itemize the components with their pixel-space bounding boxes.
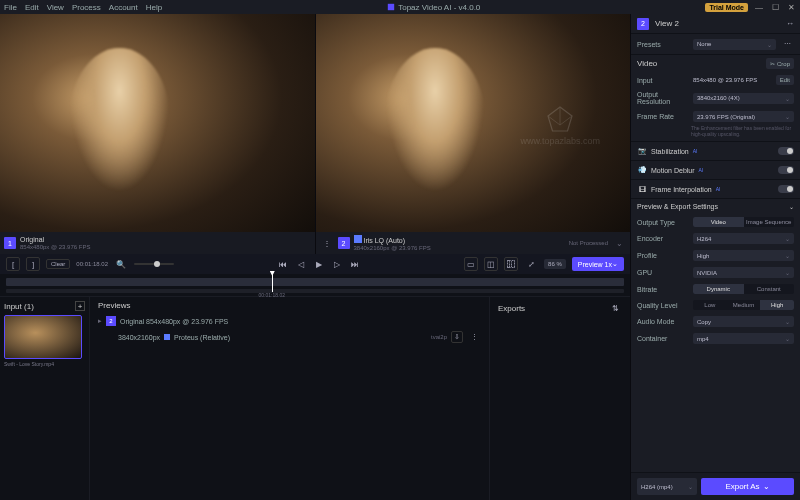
- step-fwd-button[interactable]: ▷: [330, 257, 344, 271]
- input-thumbnail[interactable]: [4, 315, 82, 359]
- svg-rect-0: [388, 4, 394, 10]
- previews-header: Previews: [98, 301, 130, 310]
- skip-start-button[interactable]: ⏮: [276, 257, 290, 271]
- exports-menu-icon[interactable]: ⇅: [608, 301, 622, 315]
- outres-select[interactable]: 3840x2160 (4X)⌄: [693, 93, 794, 104]
- pane-badge-1: 1: [4, 237, 16, 249]
- output-type-label: Output Type: [637, 219, 689, 226]
- mark-out-button[interactable]: ]: [26, 257, 40, 271]
- gpu-label: GPU: [637, 269, 689, 276]
- exports-panel: Exports ⇅: [490, 297, 630, 500]
- main-menu: File Edit View Process Account Help: [4, 3, 162, 12]
- audio-select[interactable]: Copy⌄: [693, 316, 794, 327]
- pane-status: Not Processed: [569, 240, 608, 246]
- preview-row-original[interactable]: ▸ 2 Original 854x480px @ 23.976 FPS: [98, 314, 481, 328]
- stabilization-icon: 📷: [637, 146, 647, 156]
- presets-more-icon[interactable]: ⋯: [780, 37, 794, 51]
- edit-input-button[interactable]: Edit: [776, 75, 794, 85]
- preview-menu-icon[interactable]: ⋮: [467, 330, 481, 344]
- profile-select[interactable]: High⌄: [693, 250, 794, 261]
- pane-title-processed: Iris LQ (Auto): [354, 235, 431, 244]
- pane-collapse-icon[interactable]: ⌄: [612, 236, 626, 250]
- menu-file[interactable]: File: [4, 3, 17, 12]
- zoom-pct[interactable]: 86 %: [544, 259, 566, 269]
- container-label: Container: [637, 335, 689, 342]
- stabilization-label: Stabilization: [651, 148, 689, 155]
- interp-toggle[interactable]: [778, 185, 794, 193]
- svg-rect-1: [354, 235, 362, 243]
- preview-button[interactable]: Preview 1x ⌄: [572, 257, 624, 271]
- bitrate-label: Bitrate: [637, 286, 689, 293]
- minimize-button[interactable]: —: [754, 2, 764, 12]
- input-value: 854x480 @ 23.976 FPS: [693, 77, 772, 83]
- timeline[interactable]: 00:01:18.02: [0, 274, 630, 296]
- skip-end-button[interactable]: ⏭: [348, 257, 362, 271]
- app-title: Topaz Video AI - v4.0.0: [162, 3, 705, 12]
- deblur-toggle[interactable]: [778, 166, 794, 174]
- interp-label: Frame Interpolation: [651, 186, 712, 193]
- chevron-down-icon: ⌄: [612, 260, 618, 268]
- layout-split-button[interactable]: ◫: [484, 257, 498, 271]
- menu-view[interactable]: View: [47, 3, 64, 12]
- gpu-select[interactable]: NVIDIA⌄: [693, 267, 794, 278]
- watermark: www.topazlabs.com: [520, 104, 600, 146]
- bitrate-segment[interactable]: DynamicConstant: [693, 284, 794, 294]
- step-back-button[interactable]: ◁: [294, 257, 308, 271]
- presets-select[interactable]: None⌄: [693, 39, 776, 50]
- stabilization-toggle[interactable]: [778, 147, 794, 155]
- menu-process[interactable]: Process: [72, 3, 101, 12]
- layout-side-button[interactable]: ⿲: [504, 257, 518, 271]
- trial-badge[interactable]: Trial Mode: [705, 3, 748, 12]
- quality-segment[interactable]: LowMediumHigh: [693, 300, 794, 310]
- video-frame-original: [0, 14, 315, 254]
- container-select[interactable]: mp4⌄: [693, 333, 794, 344]
- pane-title-original: Original: [20, 236, 90, 243]
- view-title: View 2: [655, 19, 679, 28]
- layout-single-button[interactable]: ▭: [464, 257, 478, 271]
- pane-badge-2: 2: [338, 237, 350, 249]
- menu-help[interactable]: Help: [146, 3, 162, 12]
- audio-label: Audio Mode: [637, 318, 689, 325]
- profile-label: Profile: [637, 252, 689, 259]
- preview-export-icon[interactable]: ⇩: [451, 331, 463, 343]
- play-button[interactable]: ▶: [312, 257, 326, 271]
- export-format-select[interactable]: H264 (mp4)⌄: [637, 478, 697, 495]
- enhancement-note: The Enhancement filter has been enabled …: [631, 125, 800, 141]
- exports-header: Exports: [498, 304, 525, 313]
- menu-account[interactable]: Account: [109, 3, 138, 12]
- export-button[interactable]: Export As⌄: [701, 478, 794, 495]
- transport-bar: [ ] Clear 00:01:18.02 🔍 ⏮ ◁ ▶ ▷ ⏭ ▭ ◫ ⿲ …: [0, 254, 630, 274]
- deblur-label: Motion Deblur: [651, 167, 695, 174]
- crop-button[interactable]: ✂ Crop: [766, 58, 794, 69]
- preview-row-output[interactable]: 3840x2160px Proteus (Relative) tvai2p ⇩ …: [98, 328, 481, 346]
- clear-button[interactable]: Clear: [46, 259, 70, 269]
- timecode: 00:01:18.02: [76, 261, 108, 267]
- expand-icon[interactable]: ⤢: [524, 257, 538, 271]
- encoder-select[interactable]: H264⌄: [693, 233, 794, 244]
- presets-label: Presets: [637, 41, 689, 48]
- maximize-button[interactable]: ☐: [770, 2, 780, 12]
- menu-edit[interactable]: Edit: [25, 3, 39, 12]
- playhead[interactable]: [272, 274, 273, 292]
- output-type-segment[interactable]: VideoImage Sequence: [693, 217, 794, 227]
- processed-pane[interactable]: www.topazlabs.com ⋮ 2 Iris LQ (Auto) 384…: [315, 14, 631, 254]
- pane-meta-original: 854x480px @ 23.976 FPS: [20, 244, 90, 250]
- input-filename: Swift - Love Story.mp4: [4, 361, 85, 367]
- interp-icon: 🎞: [637, 184, 647, 194]
- fps-select[interactable]: 23.976 FPS (Original)⌄: [693, 111, 794, 122]
- chevron-down-icon: ⌄: [763, 482, 770, 491]
- mark-in-button[interactable]: [: [6, 257, 20, 271]
- close-button[interactable]: ✕: [786, 2, 796, 12]
- view-more-icon[interactable]: ↔: [786, 19, 794, 28]
- app-logo-icon: [387, 3, 395, 11]
- original-pane[interactable]: 1 Original 854x480px @ 23.976 FPS: [0, 14, 315, 254]
- titlebar: File Edit View Process Account Help Topa…: [0, 0, 800, 14]
- export-settings-header[interactable]: Preview & Export Settings⌄: [631, 198, 800, 214]
- zoom-icon[interactable]: 🔍: [114, 257, 128, 271]
- model-icon: [354, 235, 362, 243]
- outres-label: Output Resolution: [637, 91, 689, 105]
- zoom-slider[interactable]: [134, 263, 174, 265]
- pane-menu-icon[interactable]: ⋮: [320, 236, 334, 250]
- add-input-button[interactable]: +: [75, 301, 85, 311]
- timeline-time: 00:01:18.02: [259, 292, 285, 298]
